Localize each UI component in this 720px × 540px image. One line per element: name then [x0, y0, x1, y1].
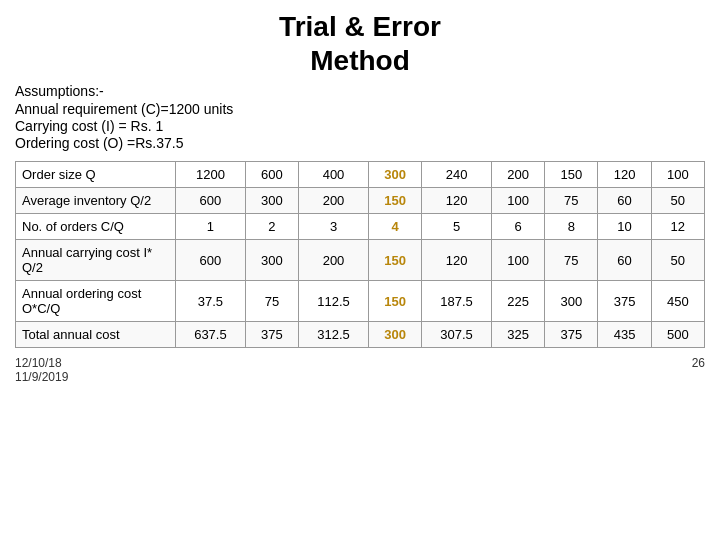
cell: 150	[368, 240, 421, 281]
table-row: Annual carrying cost I* Q/26003002001501…	[16, 240, 705, 281]
cell: 300	[545, 281, 598, 322]
row-label: Order size Q	[16, 162, 176, 188]
cell: 300	[245, 188, 298, 214]
assumption-3: Ordering cost (O) =Rs.37.5	[15, 135, 705, 151]
cell: 375	[545, 322, 598, 348]
cell: 8	[545, 214, 598, 240]
row-label: Annual carrying cost I* Q/2	[16, 240, 176, 281]
cell: 120	[598, 162, 651, 188]
cell: 300	[245, 240, 298, 281]
cell: 12	[651, 214, 704, 240]
table-row: No. of orders C/Q12345681012	[16, 214, 705, 240]
cell: 4	[368, 214, 421, 240]
cell: 240	[422, 162, 492, 188]
cell: 75	[545, 188, 598, 214]
cell: 300	[368, 322, 421, 348]
cell: 450	[651, 281, 704, 322]
table-row: Order size Q1200600400300240200150120100	[16, 162, 705, 188]
assumptions-label: Assumptions:-	[15, 83, 705, 99]
date2: 11/9/2019	[15, 370, 68, 384]
assumption-1: Annual requirement (C)=1200 units	[15, 101, 705, 117]
table-row: Total annual cost637.5375312.5300307.532…	[16, 322, 705, 348]
table-row: Average inventory Q/26003002001501201007…	[16, 188, 705, 214]
cell: 1	[176, 214, 246, 240]
table-row: Annual ordering cost O*C/Q37.575112.5150…	[16, 281, 705, 322]
cell: 200	[492, 162, 545, 188]
cell: 6	[492, 214, 545, 240]
trial-error-table: Order size Q1200600400300240200150120100…	[15, 161, 705, 348]
title-line1: Trial & Error	[279, 11, 441, 42]
cell: 400	[299, 162, 369, 188]
footer-dates: 12/10/18 11/9/2019	[15, 356, 68, 384]
cell: 312.5	[299, 322, 369, 348]
cell: 50	[651, 240, 704, 281]
cell: 375	[598, 281, 651, 322]
cell: 435	[598, 322, 651, 348]
cell: 150	[545, 162, 598, 188]
cell: 60	[598, 188, 651, 214]
cell: 300	[368, 162, 421, 188]
date1: 12/10/18	[15, 356, 62, 370]
cell: 325	[492, 322, 545, 348]
cell: 637.5	[176, 322, 246, 348]
row-label: Annual ordering cost O*C/Q	[16, 281, 176, 322]
cell: 200	[299, 240, 369, 281]
cell: 2	[245, 214, 298, 240]
page-number: 26	[692, 356, 705, 384]
cell: 100	[651, 162, 704, 188]
cell: 200	[299, 188, 369, 214]
cell: 600	[245, 162, 298, 188]
cell: 5	[422, 214, 492, 240]
title: Trial & Error Method	[15, 10, 705, 77]
title-line2: Method	[310, 45, 410, 76]
cell: 600	[176, 240, 246, 281]
cell: 225	[492, 281, 545, 322]
cell: 1200	[176, 162, 246, 188]
assumption-2: Carrying cost (I) = Rs. 1	[15, 118, 705, 134]
cell: 3	[299, 214, 369, 240]
cell: 50	[651, 188, 704, 214]
cell: 375	[245, 322, 298, 348]
cell: 60	[598, 240, 651, 281]
cell: 120	[422, 240, 492, 281]
cell: 10	[598, 214, 651, 240]
cell: 75	[245, 281, 298, 322]
cell: 600	[176, 188, 246, 214]
cell: 75	[545, 240, 598, 281]
row-label: Total annual cost	[16, 322, 176, 348]
cell: 112.5	[299, 281, 369, 322]
cell: 307.5	[422, 322, 492, 348]
cell: 150	[368, 188, 421, 214]
cell: 187.5	[422, 281, 492, 322]
cell: 120	[422, 188, 492, 214]
row-label: No. of orders C/Q	[16, 214, 176, 240]
cell: 500	[651, 322, 704, 348]
footer: 12/10/18 11/9/2019 26	[15, 356, 705, 384]
cell: 150	[368, 281, 421, 322]
row-label: Average inventory Q/2	[16, 188, 176, 214]
cell: 100	[492, 240, 545, 281]
cell: 37.5	[176, 281, 246, 322]
cell: 100	[492, 188, 545, 214]
